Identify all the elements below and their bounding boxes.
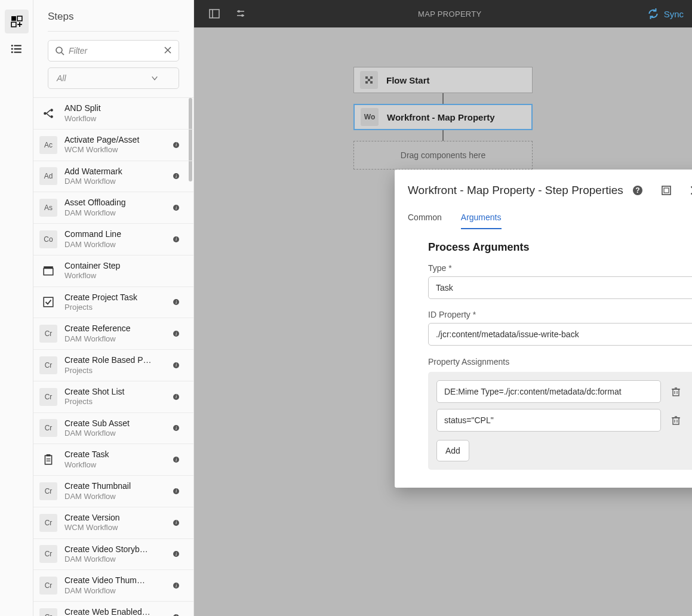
step-item-category: DAM Workflow (64, 492, 166, 501)
step-item[interactable]: CrCreate VersionWCM Workflowi (33, 507, 193, 539)
info-icon[interactable]: i (173, 551, 179, 557)
panel-icon (209, 8, 220, 19)
category-select[interactable]: All (48, 67, 179, 89)
assignment-input[interactable] (436, 380, 661, 403)
step-item[interactable]: CrCreate Sub AssetDAM Workflowi (33, 413, 193, 445)
step-item[interactable]: Container StepWorkflow (33, 255, 193, 287)
info-icon[interactable]: i (173, 362, 179, 368)
step-item-category: Projects (64, 366, 166, 375)
step-item-category: DAM Workflow (64, 177, 166, 186)
info-icon[interactable]: i (173, 331, 179, 337)
step-abbr-icon: Cr (39, 388, 57, 406)
step-item-name: Create Reference (64, 324, 166, 334)
step-item[interactable]: AdAdd WatermarkDAM Workflowi (33, 161, 193, 193)
step-item-name: Create Task (64, 449, 166, 460)
step-item-name: Command Line (64, 229, 166, 240)
step-item-name: Create Thumbnail (64, 481, 166, 492)
step-item[interactable]: Create Project TaskProjectsi (33, 287, 193, 319)
drop-zone[interactable]: Drag components here (353, 141, 533, 170)
close-icon (690, 185, 692, 196)
step-item-name: Create Project Task (64, 292, 166, 303)
step-item-category: DAM Workflow (64, 334, 166, 344)
step-abbr-icon: Ad (39, 167, 57, 185)
step-item-name: Create Video Thum… (64, 575, 166, 586)
flow-connector (442, 93, 444, 104)
info-icon[interactable]: i (173, 394, 179, 400)
drop-zone-label: Drag components here (401, 150, 485, 160)
workfront-node-abbr: Wo (361, 108, 379, 126)
info-icon[interactable]: i (173, 583, 179, 589)
id-property-input[interactable] (428, 323, 692, 346)
info-icon[interactable]: i (173, 520, 179, 526)
help-button[interactable] (626, 179, 649, 202)
type-select[interactable]: Task (428, 276, 692, 299)
step-item-name: Activate Page/Asset (64, 135, 166, 146)
fullscreen-button[interactable] (655, 179, 678, 202)
step-item-category: DAM Workflow (64, 240, 166, 250)
sync-button[interactable]: Sync (647, 8, 684, 20)
toggle-panel-button[interactable] (202, 2, 226, 26)
step-item[interactable]: CrCreate ReferenceDAM Workflowi (33, 318, 193, 350)
step-item[interactable]: AcActivate Page/AssetWCM Workflowi (33, 130, 193, 161)
step-abbr-icon: Cr (39, 608, 57, 616)
step-split-icon (39, 104, 57, 122)
step-item[interactable]: CrCreate Shot ListProjectsi (33, 381, 193, 413)
info-icon[interactable]: i (173, 457, 179, 463)
step-abbr-icon: As (39, 199, 57, 217)
flow-start-node[interactable]: Flow Start (353, 67, 533, 93)
search-icon (55, 46, 64, 56)
divider (48, 31, 179, 32)
step-item[interactable]: CrCreate Video Storyb…DAM Workflowi (33, 539, 193, 571)
tab-common[interactable]: Common (408, 212, 442, 229)
step-item-name: Create Version (64, 513, 166, 523)
tab-arguments[interactable]: Arguments (461, 212, 502, 229)
add-assignment-button[interactable]: Add (436, 440, 469, 461)
filter-box (48, 40, 179, 61)
info-icon[interactable]: i (173, 425, 179, 431)
info-icon[interactable]: i (173, 205, 179, 211)
info-icon[interactable]: i (173, 142, 179, 148)
step-item[interactable]: CrCreate Web Enabled…DAM Workflowi (33, 602, 193, 616)
delete-row-button[interactable] (669, 385, 682, 398)
chevron-down-icon (151, 75, 158, 82)
step-item[interactable]: CrCreate Role Based P…Projectsi (33, 350, 193, 381)
close-button[interactable] (684, 179, 692, 202)
step-abbr-icon: Ac (39, 136, 57, 154)
step-item[interactable]: AND SplitWorkflow (33, 98, 193, 130)
info-icon[interactable]: i (173, 299, 179, 305)
step-item-name: AND Split (64, 103, 179, 114)
settings-button[interactable] (229, 2, 253, 26)
step-item-category: DAM Workflow (64, 208, 166, 218)
step-item[interactable]: AsAsset OffloadingDAM Workflowi (33, 192, 193, 224)
assignment-input[interactable] (436, 409, 661, 432)
step-item[interactable]: Create TaskWorkflowi (33, 444, 193, 476)
info-icon[interactable]: i (173, 236, 179, 242)
sliders-icon (235, 8, 246, 19)
step-item[interactable]: CrCreate ThumbnailDAM Workflowi (33, 476, 193, 507)
rail-list-button[interactable] (5, 37, 29, 61)
clear-filter-icon[interactable] (164, 46, 172, 54)
step-abbr-icon: Cr (39, 419, 57, 437)
step-abbr-icon: Cr (39, 325, 57, 343)
step-item-name: Create Sub Asset (64, 418, 166, 429)
step-item-category: Projects (64, 397, 166, 406)
trash-icon (671, 386, 681, 397)
step-list[interactable]: AND SplitWorkflowAcActivate Page/AssetWC… (33, 97, 193, 616)
left-rail (0, 0, 33, 616)
step-item[interactable]: CoCommand LineDAM Workflowi (33, 224, 193, 255)
step-item-name: Create Shot List (64, 387, 166, 398)
info-icon[interactable]: i (173, 173, 179, 179)
step-item[interactable]: CrCreate Video Thum…DAM Workflowi (33, 570, 193, 602)
workfront-node[interactable]: Wo Workfront - Map Property (353, 104, 533, 130)
toolbar: MAP PROPERTY Sync (194, 0, 692, 27)
delete-row-button[interactable] (669, 414, 682, 427)
step-item-category: DAM Workflow (64, 586, 166, 596)
step-item-name: Create Video Storyb… (64, 544, 166, 555)
rail-components-button[interactable] (5, 10, 29, 33)
steps-panel: Steps All AND SplitWorkflowAcActivate Pa… (33, 0, 194, 616)
toolbar-title: MAP PROPERTY (253, 10, 647, 19)
info-icon[interactable]: i (173, 488, 179, 494)
dialog-tabs: Common Arguments (395, 207, 692, 229)
filter-input[interactable] (48, 40, 179, 61)
step-properties-dialog: Workfront - Map Property - Step Properti… (395, 170, 692, 488)
